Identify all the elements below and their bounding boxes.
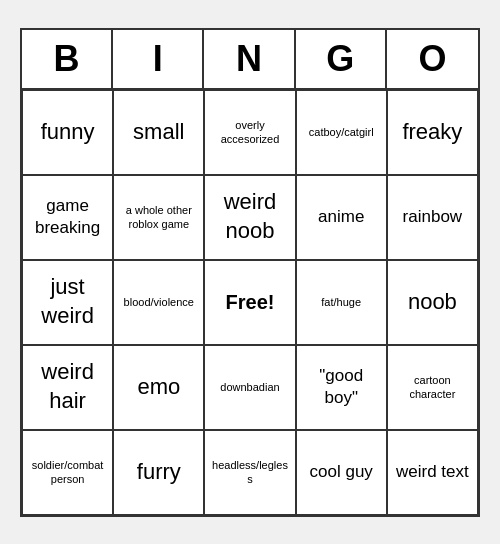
bingo-cell: noob — [387, 260, 478, 345]
bingo-cell: Free! — [204, 260, 295, 345]
bingo-cell: downbadian — [204, 345, 295, 430]
header-letter: N — [204, 30, 295, 88]
bingo-grid: funnysmalloverly accesorizedcatboy/catgi… — [22, 90, 478, 515]
bingo-cell: weird text — [387, 430, 478, 515]
bingo-cell: weird noob — [204, 175, 295, 260]
bingo-cell: a whole other roblox game — [113, 175, 204, 260]
bingo-cell: freaky — [387, 90, 478, 175]
bingo-cell: rainbow — [387, 175, 478, 260]
bingo-cell: weird hair — [22, 345, 113, 430]
bingo-cell: "good boy" — [296, 345, 387, 430]
bingo-cell: headless/legless — [204, 430, 295, 515]
bingo-cell: funny — [22, 90, 113, 175]
bingo-cell: small — [113, 90, 204, 175]
bingo-cell: anime — [296, 175, 387, 260]
bingo-cell: soldier/combat person — [22, 430, 113, 515]
bingo-card: BINGO funnysmalloverly accesorizedcatboy… — [20, 28, 480, 517]
bingo-cell: fat/huge — [296, 260, 387, 345]
bingo-cell: just weird — [22, 260, 113, 345]
header-letter: B — [22, 30, 113, 88]
bingo-cell: emo — [113, 345, 204, 430]
bingo-header: BINGO — [22, 30, 478, 90]
bingo-cell: blood/violence — [113, 260, 204, 345]
bingo-cell: game breaking — [22, 175, 113, 260]
header-letter: I — [113, 30, 204, 88]
bingo-cell: catboy/catgirl — [296, 90, 387, 175]
bingo-cell: cool guy — [296, 430, 387, 515]
header-letter: O — [387, 30, 478, 88]
bingo-cell: cartoon character — [387, 345, 478, 430]
bingo-cell: overly accesorized — [204, 90, 295, 175]
header-letter: G — [296, 30, 387, 88]
bingo-cell: furry — [113, 430, 204, 515]
